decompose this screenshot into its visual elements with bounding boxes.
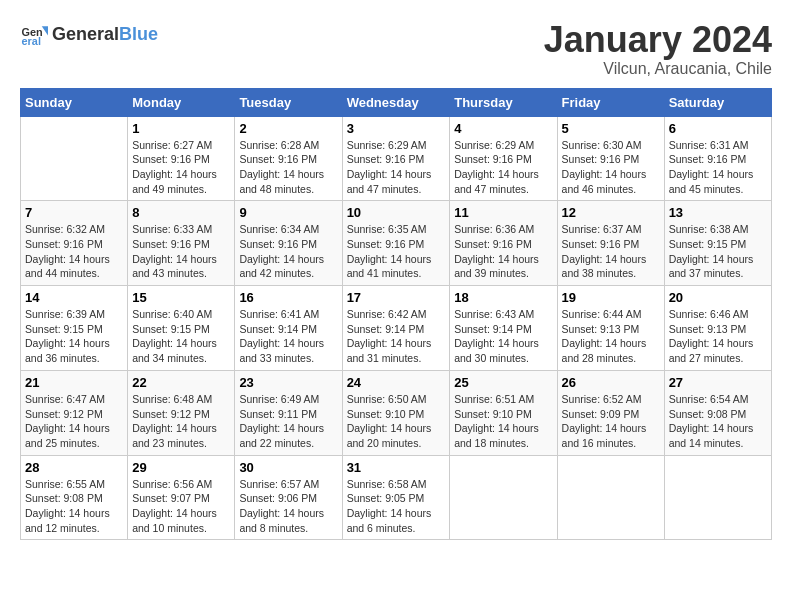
day-info: Sunrise: 6:58 AMSunset: 9:05 PMDaylight:… [347,477,446,536]
day-info: Sunrise: 6:54 AMSunset: 9:08 PMDaylight:… [669,392,767,451]
calendar-cell: 22Sunrise: 6:48 AMSunset: 9:12 PMDayligh… [128,370,235,455]
day-info: Sunrise: 6:50 AMSunset: 9:10 PMDaylight:… [347,392,446,451]
day-number: 3 [347,121,446,136]
day-of-week-header: Tuesday [235,88,342,116]
calendar-cell: 18Sunrise: 6:43 AMSunset: 9:14 PMDayligh… [450,286,557,371]
calendar-week-row: 21Sunrise: 6:47 AMSunset: 9:12 PMDayligh… [21,370,772,455]
day-number: 7 [25,205,123,220]
day-number: 23 [239,375,337,390]
day-number: 13 [669,205,767,220]
day-info: Sunrise: 6:46 AMSunset: 9:13 PMDaylight:… [669,307,767,366]
svg-text:eral: eral [22,35,41,47]
calendar-cell: 20Sunrise: 6:46 AMSunset: 9:13 PMDayligh… [664,286,771,371]
calendar-week-row: 28Sunrise: 6:55 AMSunset: 9:08 PMDayligh… [21,455,772,540]
calendar-cell: 8Sunrise: 6:33 AMSunset: 9:16 PMDaylight… [128,201,235,286]
day-info: Sunrise: 6:48 AMSunset: 9:12 PMDaylight:… [132,392,230,451]
calendar-week-row: 7Sunrise: 6:32 AMSunset: 9:16 PMDaylight… [21,201,772,286]
day-of-week-header: Sunday [21,88,128,116]
logo-icon: Gen eral [20,20,48,48]
logo: Gen eral GeneralBlue [20,20,158,48]
calendar-cell: 3Sunrise: 6:29 AMSunset: 9:16 PMDaylight… [342,116,450,201]
day-info: Sunrise: 6:28 AMSunset: 9:16 PMDaylight:… [239,138,337,197]
day-of-week-header: Wednesday [342,88,450,116]
day-info: Sunrise: 6:38 AMSunset: 9:15 PMDaylight:… [669,222,767,281]
calendar-cell [557,455,664,540]
day-info: Sunrise: 6:49 AMSunset: 9:11 PMDaylight:… [239,392,337,451]
day-number: 28 [25,460,123,475]
day-of-week-header: Thursday [450,88,557,116]
day-info: Sunrise: 6:57 AMSunset: 9:06 PMDaylight:… [239,477,337,536]
day-number: 4 [454,121,552,136]
calendar-cell: 17Sunrise: 6:42 AMSunset: 9:14 PMDayligh… [342,286,450,371]
day-number: 21 [25,375,123,390]
calendar-cell: 26Sunrise: 6:52 AMSunset: 9:09 PMDayligh… [557,370,664,455]
day-info: Sunrise: 6:35 AMSunset: 9:16 PMDaylight:… [347,222,446,281]
logo-text-general: General [52,24,119,45]
calendar-cell: 15Sunrise: 6:40 AMSunset: 9:15 PMDayligh… [128,286,235,371]
calendar-cell: 12Sunrise: 6:37 AMSunset: 9:16 PMDayligh… [557,201,664,286]
day-info: Sunrise: 6:41 AMSunset: 9:14 PMDaylight:… [239,307,337,366]
day-number: 12 [562,205,660,220]
day-number: 10 [347,205,446,220]
day-info: Sunrise: 6:40 AMSunset: 9:15 PMDaylight:… [132,307,230,366]
day-number: 30 [239,460,337,475]
day-info: Sunrise: 6:27 AMSunset: 9:16 PMDaylight:… [132,138,230,197]
calendar-table: SundayMondayTuesdayWednesdayThursdayFrid… [20,88,772,541]
title-block: January 2024 Vilcun, Araucania, Chile [544,20,772,78]
day-number: 17 [347,290,446,305]
day-number: 5 [562,121,660,136]
day-number: 25 [454,375,552,390]
day-info: Sunrise: 6:33 AMSunset: 9:16 PMDaylight:… [132,222,230,281]
day-number: 9 [239,205,337,220]
day-info: Sunrise: 6:36 AMSunset: 9:16 PMDaylight:… [454,222,552,281]
day-number: 19 [562,290,660,305]
day-info: Sunrise: 6:44 AMSunset: 9:13 PMDaylight:… [562,307,660,366]
day-info: Sunrise: 6:29 AMSunset: 9:16 PMDaylight:… [347,138,446,197]
day-number: 20 [669,290,767,305]
calendar-cell: 10Sunrise: 6:35 AMSunset: 9:16 PMDayligh… [342,201,450,286]
calendar-cell: 14Sunrise: 6:39 AMSunset: 9:15 PMDayligh… [21,286,128,371]
day-number: 14 [25,290,123,305]
calendar-cell: 9Sunrise: 6:34 AMSunset: 9:16 PMDaylight… [235,201,342,286]
calendar-cell: 7Sunrise: 6:32 AMSunset: 9:16 PMDaylight… [21,201,128,286]
day-number: 24 [347,375,446,390]
day-number: 22 [132,375,230,390]
calendar-cell [21,116,128,201]
day-of-week-header: Friday [557,88,664,116]
day-number: 15 [132,290,230,305]
page-header: Gen eral GeneralBlue January 2024 Vilcun… [20,20,772,78]
day-number: 31 [347,460,446,475]
day-info: Sunrise: 6:51 AMSunset: 9:10 PMDaylight:… [454,392,552,451]
day-info: Sunrise: 6:34 AMSunset: 9:16 PMDaylight:… [239,222,337,281]
calendar-cell: 6Sunrise: 6:31 AMSunset: 9:16 PMDaylight… [664,116,771,201]
calendar-cell: 16Sunrise: 6:41 AMSunset: 9:14 PMDayligh… [235,286,342,371]
day-number: 6 [669,121,767,136]
day-info: Sunrise: 6:39 AMSunset: 9:15 PMDaylight:… [25,307,123,366]
day-number: 8 [132,205,230,220]
day-info: Sunrise: 6:47 AMSunset: 9:12 PMDaylight:… [25,392,123,451]
day-number: 18 [454,290,552,305]
calendar-cell: 5Sunrise: 6:30 AMSunset: 9:16 PMDaylight… [557,116,664,201]
day-info: Sunrise: 6:37 AMSunset: 9:16 PMDaylight:… [562,222,660,281]
day-info: Sunrise: 6:32 AMSunset: 9:16 PMDaylight:… [25,222,123,281]
calendar-cell: 1Sunrise: 6:27 AMSunset: 9:16 PMDaylight… [128,116,235,201]
day-number: 2 [239,121,337,136]
calendar-cell: 29Sunrise: 6:56 AMSunset: 9:07 PMDayligh… [128,455,235,540]
calendar-cell: 11Sunrise: 6:36 AMSunset: 9:16 PMDayligh… [450,201,557,286]
day-of-week-header: Saturday [664,88,771,116]
day-info: Sunrise: 6:30 AMSunset: 9:16 PMDaylight:… [562,138,660,197]
day-of-week-header: Monday [128,88,235,116]
calendar-cell [664,455,771,540]
logo-text-blue: Blue [119,24,158,45]
calendar-cell: 4Sunrise: 6:29 AMSunset: 9:16 PMDaylight… [450,116,557,201]
day-info: Sunrise: 6:42 AMSunset: 9:14 PMDaylight:… [347,307,446,366]
calendar-cell: 31Sunrise: 6:58 AMSunset: 9:05 PMDayligh… [342,455,450,540]
day-info: Sunrise: 6:52 AMSunset: 9:09 PMDaylight:… [562,392,660,451]
calendar-cell: 19Sunrise: 6:44 AMSunset: 9:13 PMDayligh… [557,286,664,371]
calendar-week-row: 14Sunrise: 6:39 AMSunset: 9:15 PMDayligh… [21,286,772,371]
calendar-cell [450,455,557,540]
day-number: 26 [562,375,660,390]
calendar-cell: 27Sunrise: 6:54 AMSunset: 9:08 PMDayligh… [664,370,771,455]
days-of-week-row: SundayMondayTuesdayWednesdayThursdayFrid… [21,88,772,116]
calendar-cell: 24Sunrise: 6:50 AMSunset: 9:10 PMDayligh… [342,370,450,455]
